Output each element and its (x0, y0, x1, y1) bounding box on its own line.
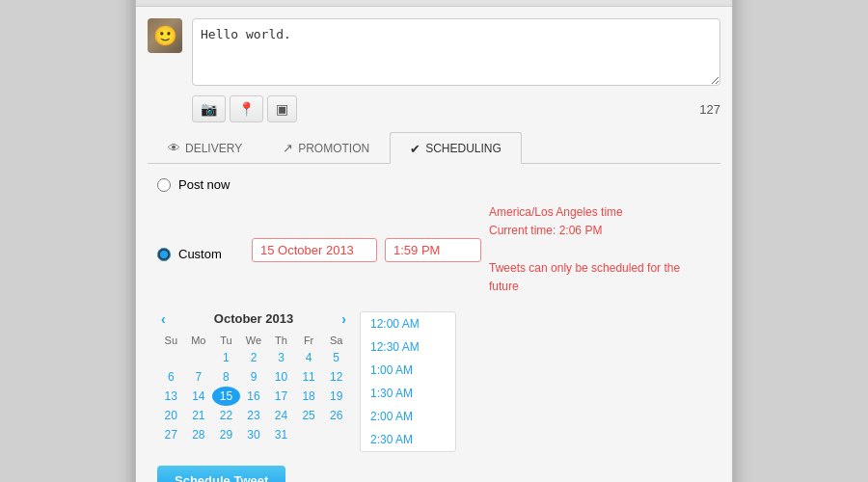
tab-delivery[interactable]: 👁 DELIVERY (148, 132, 262, 163)
custom-label: Custom (178, 247, 222, 261)
calendar-day (185, 348, 213, 367)
calendar-day[interactable]: 21 (185, 406, 213, 425)
col-tu: Tu (212, 333, 240, 348)
post-now-row: Post now (157, 177, 711, 192)
time-input[interactable] (385, 238, 481, 262)
col-fr: Fr (295, 333, 323, 348)
avatar: 🙂 (148, 18, 182, 53)
col-we: We (240, 333, 268, 348)
location-button[interactable]: 📍 (230, 95, 263, 122)
custom-radio[interactable] (157, 248, 171, 261)
calendar-day[interactable]: 10 (267, 367, 295, 387)
current-time-label: Current time: 2:06 PM (489, 222, 711, 240)
date-time-inputs: America/Los Angeles time Current time: 2… (252, 203, 711, 296)
calendar-day[interactable]: 31 (267, 425, 295, 444)
calendar-day[interactable]: 17 (267, 387, 295, 406)
calendar-day[interactable]: 18 (295, 387, 323, 406)
calendar-time-area: ‹ October 2013 › Su Mo Tu We (157, 311, 711, 452)
location-icon: 📍 (238, 101, 255, 117)
calendar-month-label: October 2013 (214, 311, 293, 326)
delivery-icon: 👁 (168, 141, 180, 155)
calendar-day[interactable]: 23 (240, 406, 268, 425)
calendar-day[interactable]: 11 (295, 367, 323, 387)
calendar-day[interactable]: 19 (322, 387, 350, 406)
tab-promotion-label: PROMOTION (298, 142, 369, 155)
time-item-1200am[interactable]: 12:00 AM (361, 312, 455, 335)
time-item-200am[interactable]: 2:00 AM (361, 405, 455, 428)
photo-button[interactable]: 📷 (192, 95, 226, 122)
media-button[interactable]: ▣ (267, 95, 297, 122)
char-count: 127 (699, 102, 720, 117)
calendar-day[interactable]: 25 (295, 406, 323, 425)
calendar-day[interactable]: 6 (157, 367, 185, 387)
promotion-icon: ↗ (283, 141, 293, 155)
calendar-day[interactable]: 14 (185, 387, 213, 406)
warning-label: Tweets can only be scheduled for the fut… (489, 259, 711, 296)
col-sa: Sa (322, 333, 350, 348)
calendar-day[interactable]: 7 (185, 367, 213, 387)
prev-month-button[interactable]: ‹ (161, 311, 166, 327)
schedule-tweet-button[interactable]: Schedule Tweet (157, 466, 285, 482)
calendar-day[interactable]: 3 (267, 348, 295, 367)
tweet-textarea[interactable]: Hello world. (192, 18, 720, 86)
calendar-day[interactable]: 9 (240, 367, 268, 387)
post-now-label: Post now (178, 177, 230, 192)
date-input[interactable] (252, 238, 377, 262)
calendar-day[interactable]: 2 (240, 348, 268, 367)
calendar-day (322, 425, 350, 444)
modal-body: 🙂 Hello world. 📷 📍 ▣ 127 👁 DELIVERY (136, 7, 732, 482)
post-now-radio[interactable] (157, 178, 171, 192)
calendar-day[interactable]: 27 (157, 425, 185, 444)
calendar-day[interactable]: 29 (212, 425, 240, 444)
tab-bar: 👁 DELIVERY ↗ PROMOTION ✔ SCHEDULING (148, 132, 720, 164)
tab-scheduling-label: SCHEDULING (425, 142, 502, 155)
modal-header: New Tweet × (136, 0, 732, 7)
calendar-day[interactable]: 26 (322, 406, 350, 425)
col-th: Th (267, 333, 295, 348)
time-list: 12:00 AM 12:30 AM 1:00 AM 1:30 AM 2:00 A… (360, 311, 456, 452)
media-icon: ▣ (276, 101, 288, 117)
calendar-day[interactable]: 1 (212, 348, 240, 367)
compose-area: 🙂 Hello world. (148, 18, 720, 86)
next-month-button[interactable]: › (341, 311, 346, 327)
scheduling-icon: ✔ (410, 142, 420, 156)
calendar-day[interactable]: 12 (322, 367, 350, 387)
tab-scheduling[interactable]: ✔ SCHEDULING (390, 132, 522, 164)
calendar-day[interactable]: 15 (212, 387, 240, 406)
timezone-info: America/Los Angeles time Current time: 2… (489, 203, 711, 296)
calendar-header: ‹ October 2013 › (157, 311, 350, 327)
timezone-label: America/Los Angeles time (489, 203, 711, 222)
new-tweet-modal: New Tweet × 🙂 Hello world. 📷 📍 ▣ 127 (135, 0, 733, 482)
calendar-day (295, 425, 323, 444)
calendar-day[interactable]: 16 (240, 387, 268, 406)
tweet-toolbar: 📷 📍 ▣ 127 (148, 95, 720, 122)
tab-delivery-label: DELIVERY (185, 142, 242, 155)
calendar-day (157, 348, 185, 367)
custom-row: Custom America/Los Angeles time Current … (157, 203, 711, 300)
calendar-day[interactable]: 13 (157, 387, 185, 406)
calendar-day[interactable]: 8 (212, 367, 240, 387)
calendar-day[interactable]: 4 (295, 348, 323, 367)
camera-icon: 📷 (201, 101, 217, 117)
calendar-day[interactable]: 5 (322, 348, 350, 367)
tab-promotion[interactable]: ↗ PROMOTION (262, 132, 390, 163)
calendar-grid: Su Mo Tu We Th Fr Sa 1234567891 (157, 333, 350, 444)
time-item-230am[interactable]: 2:30 AM (361, 428, 455, 451)
col-su: Su (157, 333, 185, 348)
time-item-100am[interactable]: 1:00 AM (361, 359, 455, 382)
scheduling-panel: Post now Custom America/Los Angeles time… (148, 177, 720, 482)
col-mo: Mo (185, 333, 213, 348)
calendar-day[interactable]: 30 (240, 425, 268, 444)
calendar-day[interactable]: 20 (157, 406, 185, 425)
calendar-day[interactable]: 22 (212, 406, 240, 425)
calendar-day[interactable]: 24 (267, 406, 295, 425)
calendar: ‹ October 2013 › Su Mo Tu We (157, 311, 350, 452)
time-item-1230am[interactable]: 12:30 AM (361, 335, 455, 359)
time-item-130am[interactable]: 1:30 AM (361, 382, 455, 405)
calendar-day[interactable]: 28 (185, 425, 213, 444)
